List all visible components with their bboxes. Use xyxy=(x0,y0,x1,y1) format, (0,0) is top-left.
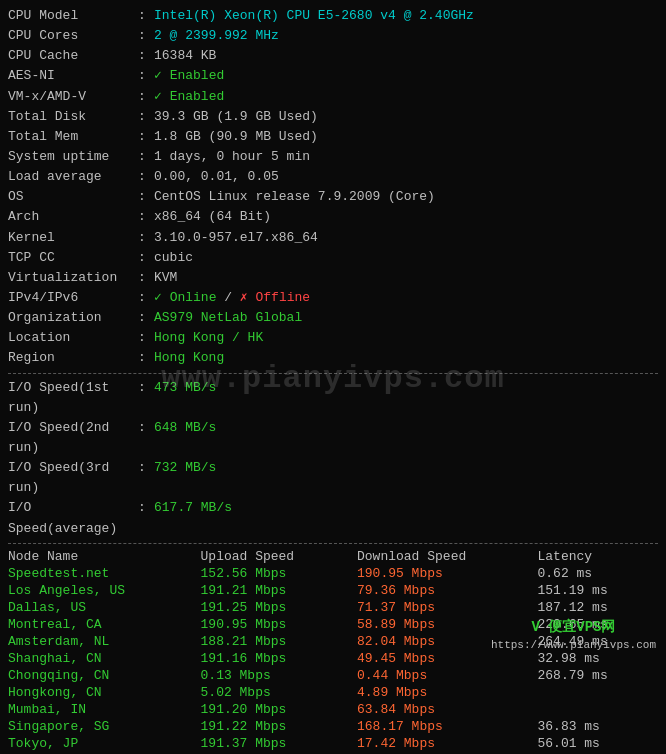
arch-label: Arch xyxy=(8,207,138,227)
upload-cell: 5.02 Mbps xyxy=(201,684,357,701)
download-cell: 71.37 Mbps xyxy=(357,599,538,616)
download-cell: 79.36 Mbps xyxy=(357,582,538,599)
io-run1-value: 473 MB/s xyxy=(154,378,658,418)
colon-1: : xyxy=(138,6,154,26)
org-label: Organization xyxy=(8,308,138,328)
upload-cell: 152.56 Mbps xyxy=(201,565,357,582)
kernel-label: Kernel xyxy=(8,228,138,248)
latency-cell: 36.83 ms xyxy=(538,718,658,735)
node-name-cell: Tokyo, JP xyxy=(8,735,201,752)
ipv-offline: ✗ Offline xyxy=(240,290,310,305)
location-label: Location xyxy=(8,328,138,348)
col-latency: Latency xyxy=(538,548,658,565)
upload-cell: 191.21 Mbps xyxy=(201,582,357,599)
io-run3-label: I/O Speed(3rd run) xyxy=(8,458,138,498)
upload-cell: 0.13 Mbps xyxy=(201,667,357,684)
io-run2-row: I/O Speed(2nd run) : 648 MB/s xyxy=(8,418,658,458)
org-row: Organization : AS979 NetLab Global xyxy=(8,308,658,328)
network-table: Node Name Upload Speed Download Speed La… xyxy=(8,548,658,752)
download-cell: 4.89 Mbps xyxy=(357,684,538,701)
ipv-value: ✓ Online / ✗ Offline xyxy=(154,288,658,308)
uptime-value: 1 days, 0 hour 5 min xyxy=(154,147,658,167)
table-row: Tokyo, JP191.37 Mbps17.42 Mbps56.01 ms xyxy=(8,735,658,752)
latency-cell: 0.62 ms xyxy=(538,565,658,582)
io-section: I/O Speed(1st run) : 473 MB/s I/O Speed(… xyxy=(8,378,658,539)
aes-ni-value: ✓ Enabled xyxy=(154,66,658,86)
upload-cell: 190.95 Mbps xyxy=(201,616,357,633)
location-row: Location : Hong Kong / HK xyxy=(8,328,658,348)
node-name-cell: Shanghai, CN xyxy=(8,650,201,667)
upload-cell: 188.21 Mbps xyxy=(201,633,357,650)
tcp-cc-value: cubic xyxy=(154,248,658,268)
table-row: Dallas, US191.25 Mbps71.37 Mbps187.12 ms xyxy=(8,599,658,616)
cpu-cache-row: CPU Cache : 16384 KB xyxy=(8,46,658,66)
org-value: AS979 NetLab Global xyxy=(154,308,658,328)
upload-cell: 191.37 Mbps xyxy=(201,735,357,752)
total-disk-label: Total Disk xyxy=(8,107,138,127)
download-cell: 0.44 Mbps xyxy=(357,667,538,684)
total-disk-value: 39.3 GB (1.9 GB Used) xyxy=(154,107,658,127)
os-label: OS xyxy=(8,187,138,207)
load-label: Load average xyxy=(8,167,138,187)
system-section: CPU Model : Intel(R) Xeon(R) CPU E5-2680… xyxy=(8,6,658,369)
load-row: Load average : 0.00, 0.01, 0.05 xyxy=(8,167,658,187)
table-row: Los Angeles, US191.21 Mbps79.36 Mbps151.… xyxy=(8,582,658,599)
aes-ni-row: AES-NI : ✓ Enabled xyxy=(8,66,658,86)
uptime-row: System uptime : 1 days, 0 hour 5 min xyxy=(8,147,658,167)
latency-cell: 151.19 ms xyxy=(538,582,658,599)
download-cell: 168.17 Mbps xyxy=(357,718,538,735)
cpu-cache-value: 16384 KB xyxy=(154,46,658,66)
tcp-cc-label: TCP CC xyxy=(8,248,138,268)
io-run3-row: I/O Speed(3rd run) : 732 MB/s xyxy=(8,458,658,498)
table-row: Chongqing, CN0.13 Mbps0.44 Mbps268.79 ms xyxy=(8,667,658,684)
cpu-model-row: CPU Model : Intel(R) Xeon(R) CPU E5-2680… xyxy=(8,6,658,26)
region-value: Hong Kong xyxy=(154,348,658,368)
ipv-online: ✓ Online xyxy=(154,290,216,305)
arch-value: x86_64 (64 Bit) xyxy=(154,207,658,227)
latency-cell xyxy=(538,701,658,718)
node-name-cell: Mumbai, IN xyxy=(8,701,201,718)
download-cell: 190.95 Mbps xyxy=(357,565,538,582)
cpu-cores-label: CPU Cores xyxy=(8,26,138,46)
node-name-cell: Speedtest.net xyxy=(8,565,201,582)
node-name-cell: Montreal, CA xyxy=(8,616,201,633)
cpu-cache-label: CPU Cache xyxy=(8,46,138,66)
node-name-cell: Los Angeles, US xyxy=(8,582,201,599)
table-row: Mumbai, IN191.20 Mbps63.84 Mbps xyxy=(8,701,658,718)
table-row: Montreal, CA190.95 Mbps58.89 Mbps220.65 … xyxy=(8,616,658,633)
virt-row: Virtualization : KVM xyxy=(8,268,658,288)
vm-amd-value: ✓ Enabled xyxy=(154,87,658,107)
download-cell: 82.04 Mbps xyxy=(357,633,538,650)
uptime-label: System uptime xyxy=(8,147,138,167)
latency-cell: 264.49 ms xyxy=(538,633,658,650)
upload-cell: 191.20 Mbps xyxy=(201,701,357,718)
node-name-cell: Hongkong, CN xyxy=(8,684,201,701)
table-row: Amsterdam, NL188.21 Mbps82.04 Mbps264.49… xyxy=(8,633,658,650)
node-name-cell: Amsterdam, NL xyxy=(8,633,201,650)
io-avg-row: I/O Speed(average) : 617.7 MB/s xyxy=(8,498,658,538)
io-run2-value: 648 MB/s xyxy=(154,418,658,458)
table-row: Speedtest.net152.56 Mbps190.95 Mbps0.62 … xyxy=(8,565,658,582)
io-avg-value: 617.7 MB/s xyxy=(154,498,658,538)
location-value: Hong Kong / HK xyxy=(154,328,658,348)
divider-2 xyxy=(8,543,658,544)
table-row: Hongkong, CN5.02 Mbps4.89 Mbps xyxy=(8,684,658,701)
table-row: Shanghai, CN191.16 Mbps49.45 Mbps32.98 m… xyxy=(8,650,658,667)
latency-cell xyxy=(538,684,658,701)
divider-1 xyxy=(8,373,658,374)
total-disk-row: Total Disk : 39.3 GB (1.9 GB Used) xyxy=(8,107,658,127)
col-download: Download Speed xyxy=(357,548,538,565)
cpu-cores-row: CPU Cores : 2 @ 2399.992 MHz xyxy=(8,26,658,46)
upload-cell: 191.22 Mbps xyxy=(201,718,357,735)
download-cell: 58.89 Mbps xyxy=(357,616,538,633)
aes-ni-label: AES-NI xyxy=(8,66,138,86)
kernel-value: 3.10.0-957.el7.x86_64 xyxy=(154,228,658,248)
virt-value: KVM xyxy=(154,268,658,288)
node-name-cell: Singapore, SG xyxy=(8,718,201,735)
kernel-row: Kernel : 3.10.0-957.el7.x86_64 xyxy=(8,228,658,248)
total-mem-value: 1.8 GB (90.9 MB Used) xyxy=(154,127,658,147)
vm-amd-row: VM-x/AMD-V : ✓ Enabled xyxy=(8,87,658,107)
col-upload: Upload Speed xyxy=(201,548,357,565)
latency-cell: 268.79 ms xyxy=(538,667,658,684)
tcp-cc-row: TCP CC : cubic xyxy=(8,248,658,268)
